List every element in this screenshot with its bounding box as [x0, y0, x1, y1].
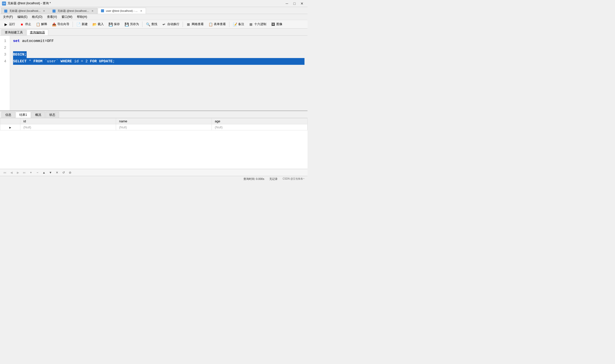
delete-row-button[interactable]: − — [35, 170, 40, 175]
hex-button[interactable]: ⊞ 十六进制 — [247, 21, 268, 28]
col-header-age: age — [212, 118, 308, 124]
tab-bar: 无标题 @test (localhost... ✕ 无标题 @test (loc… — [0, 7, 308, 14]
save-button[interactable]: 💾 保存 — [106, 21, 122, 28]
save-as-label: 另存为 — [130, 22, 139, 26]
bottom-toolbar: ⏮ ◀ ▶ ⏭ + − ▲ ▼ ✕ ↺ ⊘ — [0, 169, 308, 176]
toolbar-sep-3 — [183, 22, 183, 27]
tab-2[interactable]: user @test (localhost) - ... ✕ — [98, 8, 146, 14]
close-button[interactable]: ✕ — [298, 1, 305, 6]
row-arrow: ▶ — [0, 124, 20, 130]
menu-view[interactable]: 查看(V) — [45, 14, 59, 20]
query-editor-tab[interactable]: 查询编辑器 — [27, 29, 48, 35]
nav-last-button[interactable]: ⏭ — [22, 170, 27, 175]
window-title: 无标题 @test (localhost) - 查询 * — [8, 1, 51, 6]
image-button[interactable]: 🖼 图像 — [269, 21, 284, 28]
tab-label-0: 无标题 @test (localhost... — [9, 9, 40, 13]
run-label: 运行 — [9, 22, 15, 26]
stop-button[interactable]: ■ 停止 — [18, 21, 33, 28]
save-label: 保存 — [114, 22, 120, 26]
kw-update: UPDATE — [99, 58, 113, 65]
discard-button[interactable]: ✕ — [54, 170, 60, 175]
code-area[interactable]: set autocommit=OFF BEGIN; SELECT * FROM … — [10, 36, 308, 111]
results-tab-status[interactable]: 状态 — [45, 112, 59, 118]
menu-format[interactable]: 格式(O) — [30, 14, 44, 20]
code-line-3: BEGIN; — [13, 51, 304, 58]
wrap-button[interactable]: ↵ 自动换行 — [160, 21, 181, 28]
note-button[interactable]: 📝 备注 — [231, 21, 246, 28]
query-builder-tab[interactable]: 查询创建工具 — [2, 29, 26, 35]
tab-close-0[interactable]: ✕ — [42, 9, 45, 13]
title-bar: DB 无标题 @test (localhost) - 查询 * ─ □ ✕ — [0, 0, 308, 7]
kw-set: set — [13, 38, 20, 44]
find-button[interactable]: 🔍 查找 — [144, 21, 159, 28]
grid-icon: ⊞ — [186, 22, 191, 27]
watermark: CSDN @五包辣条~ — [283, 177, 304, 181]
row-indicator-header — [0, 118, 20, 124]
move-down-button[interactable]: ▼ — [48, 170, 53, 175]
move-up-button[interactable]: ▲ — [41, 170, 47, 175]
results-tab-overview[interactable]: 概况 — [31, 112, 45, 118]
query-tabs: 查询创建工具 查询编辑器 — [0, 29, 308, 36]
tab-1[interactable]: 无标题 @test (localhost... ✕ — [49, 8, 97, 14]
explain-icon: 📋 — [36, 22, 40, 27]
run-icon: ▶ — [4, 22, 8, 27]
menu-window[interactable]: 窗口(W) — [60, 14, 74, 20]
find-icon: 🔍 — [146, 22, 150, 27]
line-numbers: 1 2 3 4 — [0, 36, 10, 111]
tab-close-1[interactable]: ✕ — [91, 9, 94, 13]
run-button[interactable]: ▶ 运行 — [2, 21, 17, 28]
toolbar-sep-2 — [142, 22, 142, 27]
code-line-1: set autocommit=OFF — [13, 38, 304, 44]
editor-panel: 1 2 3 4 set autocommit=OFF BEGIN; SELECT… — [0, 36, 308, 111]
nav-next-button[interactable]: ▶ — [15, 170, 21, 175]
add-row-button[interactable]: + — [28, 170, 34, 175]
export-icon: 📤 — [52, 22, 56, 27]
load-button[interactable]: 📂 载入 — [90, 21, 106, 28]
refresh-button[interactable]: ↺ — [61, 170, 66, 175]
menu-file[interactable]: 文件(F) — [1, 14, 15, 20]
results-tab-overview-label: 概况 — [35, 113, 41, 117]
nav-prev-button[interactable]: ◀ — [9, 170, 14, 175]
tab-icon-2 — [101, 9, 104, 12]
menu-edit[interactable]: 编辑(E) — [15, 14, 29, 20]
status-bar: 查询时间: 0.000s 无记录 CSDN @五包辣条~ — [0, 176, 308, 182]
query-editor-label: 查询编辑器 — [30, 30, 45, 35]
results-tab-result1[interactable]: 结果1 — [16, 112, 31, 118]
nav-first-button[interactable]: ⏮ — [2, 170, 8, 175]
explain-button[interactable]: 📋 解释 — [34, 21, 49, 28]
query-builder-label: 查询创建工具 — [5, 30, 23, 35]
find-label: 查找 — [151, 22, 157, 26]
image-icon: 🖼 — [271, 22, 275, 27]
grid-button[interactable]: ⊞ 网格查看 — [184, 21, 206, 28]
minimize-button[interactable]: ─ — [283, 1, 290, 6]
clear-button[interactable]: ⊘ — [67, 170, 73, 175]
tab-icon-1 — [53, 10, 56, 13]
new-label: 新建 — [82, 22, 88, 26]
stop-label: 停止 — [25, 22, 31, 26]
new-button[interactable]: 📄 新建 — [74, 21, 90, 28]
menu-help[interactable]: 帮助(H) — [75, 14, 89, 20]
tab-label-2: user @test (localhost) - ... — [106, 9, 138, 12]
title-bar-controls: ─ □ ✕ — [283, 1, 305, 6]
kw-where: WHERE — [61, 58, 72, 65]
editor-content[interactable]: 1 2 3 4 set autocommit=OFF BEGIN; SELECT… — [0, 36, 308, 111]
tab-0[interactable]: 无标题 @test (localhost... ✕ — [1, 8, 49, 14]
results-tab-info[interactable]: 信息 — [2, 112, 15, 118]
results-tab-status-label: 状态 — [49, 113, 55, 117]
tab-close-2[interactable]: ✕ — [140, 9, 143, 13]
note-label: 备注 — [238, 22, 244, 26]
toolbar-sep-1 — [73, 22, 73, 27]
export-button[interactable]: 📤 导出向导 — [50, 21, 71, 28]
explain-label: 解释 — [41, 22, 47, 26]
save-as-button[interactable]: 💾 另存为 — [122, 21, 141, 28]
export-label: 导出向导 — [57, 22, 69, 26]
results-panel: 信息 结果1 概况 状态 id name age — [0, 111, 308, 176]
form-button[interactable]: 📋 表单查看 — [206, 21, 228, 28]
results-tab-result1-label: 结果1 — [19, 113, 27, 117]
results-tabs: 信息 结果1 概况 状态 — [0, 111, 308, 118]
col-header-name: name — [116, 118, 212, 124]
query-time: 查询时间: 0.000s — [243, 177, 264, 181]
status-bar-right: 查询时间: 0.000s 无记录 CSDN @五包辣条~ — [243, 177, 304, 181]
line-num-1: 1 — [0, 38, 8, 44]
maximize-button[interactable]: □ — [291, 1, 298, 6]
